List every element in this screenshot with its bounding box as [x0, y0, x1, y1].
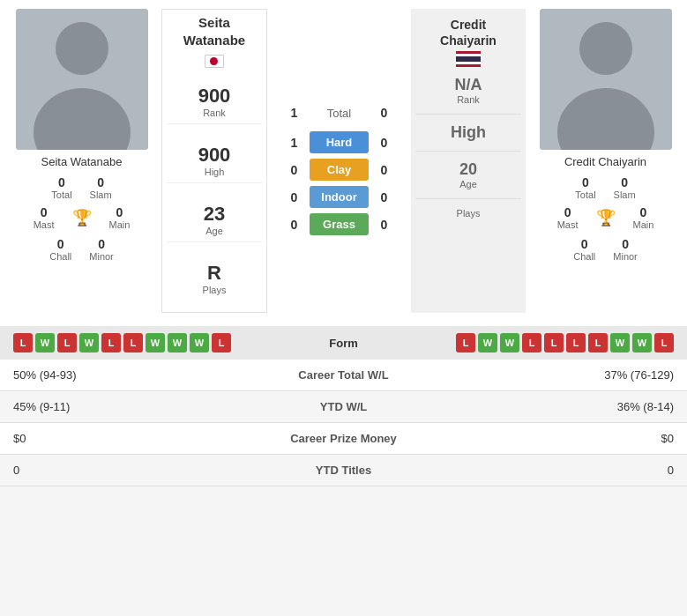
- right-slam-stat: 0 Slam: [614, 175, 636, 200]
- right-minor-value: 0: [622, 237, 629, 251]
- total-comparison-row: 1 Total 0: [283, 106, 395, 120]
- right-player-avatar: [540, 9, 672, 150]
- right-main-value: 0: [640, 205, 647, 219]
- seita-rank-label: Rank: [203, 108, 226, 118]
- form-badge-w: W: [500, 333, 519, 353]
- indoor-left-num: 0: [283, 190, 305, 204]
- right-chall-value: 0: [581, 237, 588, 251]
- left-mast-stat: 0 Mast: [34, 205, 55, 230]
- left-player-stats-row3: 0 Chall 0 Minor: [49, 237, 114, 262]
- form-badge-l: L: [456, 333, 475, 353]
- left-total-stat: 0 Total: [51, 175, 71, 200]
- left-player-stats-row2: 0 Mast 🏆 0 Main: [34, 205, 131, 230]
- seita-plays-label: Plays: [203, 285, 227, 295]
- seita-age-label: Age: [205, 226, 223, 236]
- right-player-name: Credit Chaiyarin: [564, 155, 646, 168]
- credit-rank-label: Rank: [457, 94, 480, 105]
- right-mast-label: Mast: [557, 219, 579, 230]
- credit-plays-stat: Plays: [415, 199, 521, 227]
- credit-high-value: High: [451, 123, 486, 142]
- stats-row: 45% (9-11) YTD W/L 36% (8-14): [0, 391, 687, 423]
- stat-left-val: 0: [0, 455, 275, 486]
- left-slam-label: Slam: [90, 189, 112, 200]
- left-chall-stat: 0 Chall: [49, 237, 71, 262]
- left-main-stat: 0 Main: [109, 205, 131, 230]
- total-right-num: 0: [373, 106, 395, 120]
- seita-plays-value: R: [207, 262, 221, 285]
- left-minor-value: 0: [98, 237, 105, 251]
- seita-plays-stat: R Plays: [167, 256, 262, 301]
- left-total-value: 0: [58, 175, 65, 189]
- right-player-stats-row1: 0 Total 0 Slam: [575, 175, 635, 200]
- right-player-stats-row3: 0 Chall 0 Minor: [573, 237, 638, 262]
- credit-stats-panel: CreditChaiyarin N/A Rank High 20 Age Pla…: [411, 9, 526, 313]
- form-badge-l: L: [522, 333, 541, 353]
- form-badge-l: L: [544, 333, 564, 353]
- grass-right-num: 0: [373, 218, 395, 232]
- left-player-avatar: [16, 9, 148, 150]
- seita-rank-value: 900: [198, 85, 231, 108]
- stat-right-val: 37% (76-129): [412, 360, 687, 391]
- stat-center-label: Career Prize Money: [275, 423, 413, 455]
- right-minor-label: Minor: [613, 251, 638, 262]
- form-badge-w: W: [168, 333, 187, 353]
- right-total-stat: 0 Total: [575, 175, 595, 200]
- right-player-stats-row2: 0 Mast 🏆 0 Main: [557, 205, 654, 230]
- right-total-value: 0: [582, 175, 589, 189]
- right-slam-label: Slam: [614, 189, 636, 200]
- hard-left-num: 1: [283, 136, 305, 150]
- seita-high-value: 900: [198, 144, 231, 167]
- form-badge-l: L: [57, 333, 77, 353]
- grass-surface-btn: Grass: [310, 213, 369, 235]
- main-container: Seita Watanabe 0 Total 0 Slam 0 Mast 🏆: [0, 0, 687, 486]
- grass-comparison-row: 0 Grass 0: [283, 213, 395, 235]
- stats-row: 50% (94-93) Career Total W/L 37% (76-129…: [0, 360, 687, 391]
- form-badge-w: W: [478, 333, 497, 353]
- right-mast-value: 0: [564, 205, 571, 219]
- credit-plays-label: Plays: [457, 208, 481, 219]
- surface-comparison-panel: 1 Total 0 1 Hard 0 0 Clay 0 0 Indoor 0 0: [279, 9, 400, 313]
- right-chall-stat: 0 Chall: [573, 237, 595, 262]
- right-main-label: Main: [633, 219, 654, 230]
- seita-high-stat: 900 High: [167, 138, 262, 183]
- seita-rank-stat: 900 Rank: [167, 79, 262, 124]
- stat-center-label: Career Total W/L: [275, 360, 413, 391]
- clay-right-num: 0: [373, 163, 395, 177]
- japan-flag: [205, 55, 224, 68]
- left-form-badges: LWLWLLWWWL: [13, 333, 231, 353]
- seita-high-label: High: [205, 167, 225, 177]
- credit-age-value: 20: [459, 160, 477, 179]
- left-trophy-icon: 🏆: [72, 208, 92, 227]
- form-badge-w: W: [146, 333, 165, 353]
- stat-right-val: 0: [412, 455, 687, 486]
- left-main-label: Main: [109, 219, 131, 230]
- seita-name-block: Seita Watanabe: [183, 14, 245, 68]
- form-section: LWLWLLWWWL Form LWWLLLLWWL: [0, 326, 687, 360]
- stat-left-val: 50% (94-93): [0, 360, 275, 391]
- svg-point-7: [579, 22, 632, 75]
- left-minor-label: Minor: [89, 251, 114, 262]
- seita-age-value: 23: [204, 203, 225, 226]
- clay-surface-btn: Clay: [310, 159, 369, 181]
- form-badge-l: L: [101, 333, 121, 353]
- left-chall-value: 0: [57, 237, 64, 251]
- clay-comparison-row: 0 Clay 0: [283, 159, 395, 181]
- seita-stats-panel: Seita Watanabe 900 Rank 900 High 23 Ag: [161, 9, 267, 313]
- left-slam-value: 0: [97, 175, 104, 189]
- total-left-num: 1: [283, 106, 305, 120]
- form-badge-l: L: [13, 333, 33, 353]
- left-main-value: 0: [116, 205, 123, 219]
- hard-right-num: 0: [373, 136, 395, 150]
- total-label: Total: [305, 107, 373, 120]
- right-total-label: Total: [575, 189, 595, 200]
- seita-name: Seita Watanabe: [183, 14, 245, 48]
- indoor-surface-btn: Indoor: [310, 186, 369, 208]
- form-badge-w: W: [190, 333, 209, 353]
- form-badge-w: W: [632, 333, 652, 353]
- left-slam-stat: 0 Slam: [90, 175, 112, 200]
- hard-surface-btn: Hard: [310, 131, 369, 153]
- indoor-right-num: 0: [373, 190, 395, 204]
- svg-point-1: [56, 22, 108, 75]
- right-player-card: Credit Chaiyarin 0 Total 0 Slam 0 Mast 🏆: [533, 9, 678, 313]
- form-badge-w: W: [610, 333, 630, 353]
